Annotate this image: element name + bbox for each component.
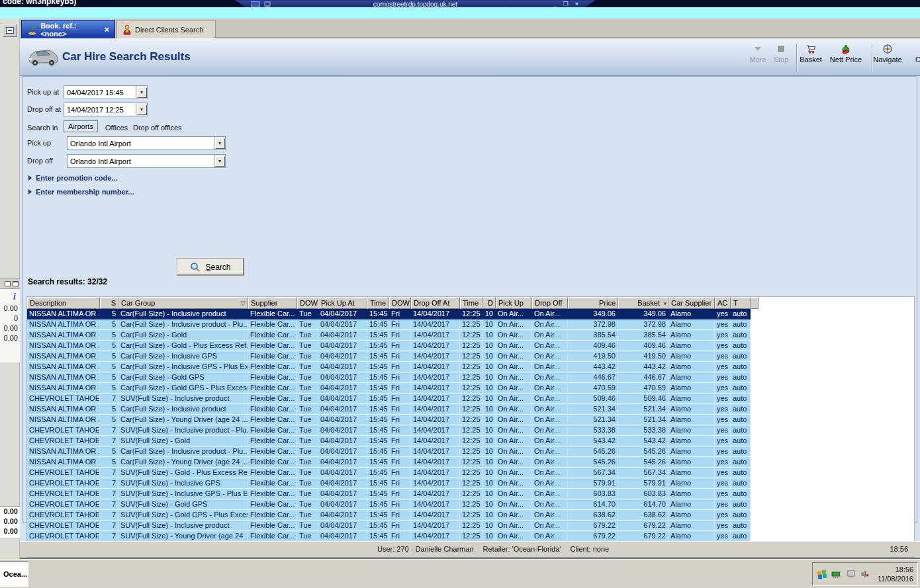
column-header-pick-up[interactable]: Pick Up [496, 297, 532, 309]
membership-number-expander[interactable]: Enter membership number... [28, 188, 134, 196]
antivirus-tray-icon[interactable] [817, 569, 827, 579]
cell: 10 [483, 436, 496, 446]
table-row[interactable]: NISSAN ALTIMA OR ...5Car(Full Size) - In… [27, 319, 759, 330]
tab-booking-ref[interactable]: Book. ref.: <none> × [21, 20, 115, 38]
cell-filler [751, 531, 759, 542]
table-row[interactable]: NISSAN ALTIMA OR ...5Car(Full Size) - In… [27, 351, 759, 362]
cell-filler [751, 521, 759, 531]
column-header-car-group[interactable]: Car Group▽ [118, 297, 248, 309]
cell: auto [731, 404, 751, 415]
search-in-option-dropoff-offices[interactable]: Drop off offices [133, 124, 182, 132]
table-row[interactable]: NISSAN ALTIMA OR ...5Car(Full Size) - Go… [27, 330, 759, 341]
cell: Fri [389, 309, 411, 319]
column-header-basket[interactable]: Basket▾ [618, 297, 668, 309]
dropoff-combobox[interactable]: Orlando Intl Airport ▾ [67, 154, 226, 168]
filter-funnel-icon[interactable]: ▽ [240, 300, 246, 307]
table-row[interactable]: CHEVROLET TAHOE ...7SUV(Full Size) - You… [27, 531, 759, 542]
table-row[interactable]: NISSAN ALTIMA OR ...5Car(Full Size) - In… [27, 309, 759, 319]
promotion-code-expander[interactable]: Enter promotion code... [28, 174, 117, 182]
taskbar-window-button[interactable]: Ocea... [0, 562, 28, 587]
column-header-supplier[interactable]: Supplier [248, 297, 297, 309]
table-row[interactable]: CHEVROLET TAHOE ...7SUV(Full Size) - Gol… [27, 510, 759, 521]
table-row[interactable]: NISSAN ALTIMA OR ...5Car(Full Size) - Yo… [27, 457, 759, 468]
cell: On Air... [532, 383, 568, 394]
cell: yes [715, 425, 731, 436]
column-header-description[interactable]: Description [27, 297, 100, 309]
column-header-d[interactable]: D [483, 297, 496, 309]
cell: 5 [100, 330, 118, 341]
maximize-window-icon[interactable] [13, 281, 19, 286]
column-header-drop-off-at[interactable]: Drop Off At [411, 297, 460, 309]
table-row[interactable]: NISSAN ALTIMA OR ...5Car(Full Size) - Go… [27, 383, 759, 394]
table-row[interactable]: NISSAN ALTIMA OR ...5Car(Full Size) - Go… [27, 341, 759, 351]
table-row[interactable]: CHEVROLET TAHOE ...7SUV(Full Size) - Gol… [27, 499, 759, 510]
pickup-dropdown-button[interactable]: ▾ [214, 137, 225, 149]
column-header-t[interactable]: T [731, 297, 751, 309]
dropoff-at-input[interactable]: 14/04/2017 12:25 ▾ [64, 103, 148, 116]
table-row[interactable]: NISSAN ALTIMA OR ...5Car(Full Size) - In… [27, 362, 759, 372]
results-table: DescriptionSCar Group▽SupplierDOWPick Up… [27, 297, 759, 556]
network-status-tray-icon[interactable] [846, 569, 856, 579]
cell: On Air... [496, 499, 532, 510]
remote-session-titlebar: code: wh3hpkeyb5) comostreetrdp.topdog.u… [0, 0, 920, 7]
table-row[interactable]: CHEVROLET TAHOE ...7SUV(Full Size) - Gol… [27, 468, 759, 478]
column-header-s[interactable]: S [100, 297, 118, 309]
cell: On Air... [496, 446, 532, 457]
table-row[interactable]: NISSAN ALTIMA OR ...5Car(Full Size) - In… [27, 446, 759, 457]
search-in-option-airports[interactable]: Airports [64, 120, 98, 132]
pickup-combobox[interactable]: Orlando Intl Airport ▾ [67, 136, 226, 150]
cell: 509.46 [568, 394, 618, 404]
column-header-pick-up-at[interactable]: Pick Up At [318, 297, 367, 309]
nett-price-button[interactable]: Nett Price [825, 41, 866, 74]
cell: Alamo [668, 362, 715, 372]
column-header-drop-off[interactable]: Drop Off [532, 297, 568, 309]
search-button[interactable]: Search [177, 259, 244, 275]
column-header-time[interactable]: Time [460, 297, 483, 309]
muted-speaker-tray-icon[interactable] [860, 569, 871, 579]
cell: 10 [483, 309, 496, 319]
collapse-panel-button[interactable] [3, 24, 17, 37]
column-header-price[interactable]: Price [568, 297, 618, 309]
column-header-dow[interactable]: DOW [389, 297, 411, 309]
network-card-tray-icon[interactable] [831, 569, 842, 579]
cell-filler [751, 425, 759, 436]
dropoff-dropdown-button[interactable]: ▾ [214, 155, 225, 167]
cell-filler [751, 510, 759, 521]
column-header-ac[interactable]: AC [715, 297, 731, 309]
rdp-connection-bar: comostreetrdp.topdog.uk.net _ ❐ × [235, 0, 596, 7]
cell: yes [715, 468, 731, 478]
navigate-button[interactable]: Navigate [868, 41, 907, 74]
rdp-close-button[interactable]: × [575, 1, 578, 7]
cell: 419.50 [618, 351, 668, 362]
table-row[interactable]: CHEVROLET TAHOE ...7SUV(Full Size) - Inc… [27, 478, 759, 489]
rdp-minimize-button[interactable]: _ [553, 1, 557, 7]
pickup-at-input[interactable]: 04/04/2017 15:45 ▾ [64, 85, 148, 99]
close-button[interactable]: Close [907, 41, 920, 74]
cell: 15:45 [367, 415, 389, 425]
table-row[interactable]: NISSAN ALTIMA OR ...5Car(Full Size) - In… [27, 404, 759, 415]
cell: auto [731, 351, 751, 362]
search-in-option-offices[interactable]: Offices [105, 124, 128, 132]
rdp-restore-button[interactable]: ❐ [563, 1, 569, 7]
table-row[interactable]: CHEVROLET TAHOE ...7SUV(Full Size) - Inc… [27, 521, 759, 531]
basket-button[interactable]: Basket [793, 41, 829, 74]
connection-info-icon[interactable] [264, 1, 271, 8]
table-row[interactable]: CHEVROLET TAHOE ...7SUV(Full Size) - Inc… [27, 489, 759, 499]
table-row[interactable]: CHEVROLET TAHOE ...7SUV(Full Size) - Gol… [27, 436, 759, 446]
tab-direct-clients-search[interactable]: Direct Clients Search [116, 20, 216, 38]
table-row[interactable]: NISSAN ALTIMA OR ...5Car(Full Size) - Go… [27, 372, 759, 383]
pickup-at-dropdown-button[interactable]: ▾ [136, 86, 147, 99]
column-header-car-supplier[interactable]: Car Supplier [668, 297, 715, 309]
column-header-dow[interactable]: DOW [297, 297, 318, 309]
cell: NISSAN ALTIMA OR ... [27, 341, 100, 351]
tab-close-icon[interactable]: × [104, 26, 109, 33]
cell: Tue [297, 489, 318, 499]
column-header-time[interactable]: Time [367, 297, 389, 309]
restore-window-icon[interactable] [5, 281, 11, 286]
table-row[interactable]: NISSAN ALTIMA OR ...5Car(Full Size) - Yo… [27, 415, 759, 425]
pin-icon[interactable] [251, 1, 260, 7]
table-row[interactable]: CHEVROLET TAHOE ...7SUV(Full Size) - Inc… [27, 425, 759, 436]
table-row[interactable]: CHEVROLET TAHOE ...7SUV(Full Size) - Inc… [27, 394, 759, 404]
dropoff-at-dropdown-button[interactable]: ▾ [136, 103, 147, 116]
cell: auto [731, 499, 751, 510]
